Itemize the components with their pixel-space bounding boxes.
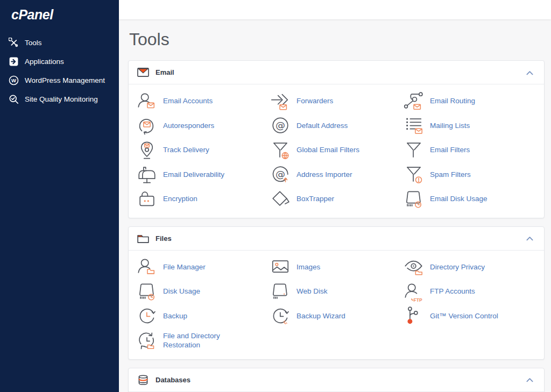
tool-link-global-email-filters[interactable]: Global Email Filters [270,138,403,163]
tool-link-label: Directory Privacy [430,263,485,272]
tool-link-email-accounts[interactable]: Email Accounts [136,89,270,114]
funnel-icon [403,140,425,161]
email-routing-icon [403,91,425,112]
tool-link-label: Web Disk [296,287,328,296]
database-icon [137,375,149,385]
git-branch-icon [403,306,425,326]
tool-link-label: Email Routing [430,97,475,106]
disk-icon [270,282,291,302]
svg-text:@: @ [276,119,285,131]
main-area: Tools EmailEmail AccountsForwardersEmail… [119,0,551,392]
sidebar-item-label: WordPress Management [25,76,105,84]
funnel-globe-icon [270,140,291,161]
funnel-alert-icon [403,165,425,185]
box-icon [270,189,291,210]
chevron-up-icon [526,233,533,243]
tools-icon [9,38,19,48]
section-grid: File ManagerImagesDirectory PrivacyDisk … [129,251,544,359]
folder-icon [137,233,149,244]
sidebar-item-label: Tools [25,39,42,47]
disk-clock-icon [136,282,158,302]
mailbox-icon [136,165,158,185]
tool-link-label: FTP Accounts [430,287,475,296]
tool-link-label: Global Email Filters [296,146,359,155]
svg-text:W: W [11,77,16,83]
tool-link-label: Images [296,263,320,272]
tool-link-email-deliverability[interactable]: Email Deliverability [136,163,270,188]
autoresponders-icon [136,116,158,136]
content-area: Tools EmailEmail AccountsForwardersEmail… [119,30,551,392]
track-delivery-icon [136,140,158,161]
forwarders-icon [270,91,291,112]
sections-container: EmailEmail AccountsForwardersEmail Routi… [128,60,545,392]
section-title: Files [156,234,524,243]
section-card-files: FilesFile ManagerImagesDirectory Privacy… [128,226,545,360]
tool-link-label: Mailing Lists [430,122,470,131]
tool-link-track-delivery[interactable]: Track Delivery [136,138,270,163]
sidebar-nav: ToolsApplicationsWWordPress ManagementSi… [0,33,119,109]
image-icon [270,257,291,277]
section-header-databases: Databases [129,368,544,392]
tool-link-email-routing[interactable]: Email Routing [403,89,536,114]
tool-link-disk-usage[interactable]: Disk Usage [136,280,270,304]
collapse-section-button[interactable] [524,67,535,79]
tool-link-label: Backup [163,312,187,321]
tool-link-label: Email Deliverability [163,170,224,180]
tool-link-email-filters[interactable]: Email Filters [403,138,536,163]
tool-link-forwarders[interactable]: Forwarders [270,89,403,114]
tool-link-autoresponders[interactable]: Autoresponders [136,114,270,139]
tool-link-boxtrapper[interactable]: BoxTrapper [270,187,403,212]
tool-link-mailing-lists[interactable]: Mailing Lists [403,114,536,139]
collapse-section-button[interactable] [524,374,535,386]
tool-link-label: File and Directory Restoration [163,332,244,350]
sidebar-item-label: Site Quality Monitoring [25,95,98,103]
tool-link-email-disk-usage[interactable]: Email Disk Usage [403,187,536,212]
disk-clock-icon [403,189,425,210]
eye-folder-icon [403,257,425,277]
tool-link-web-disk[interactable]: Web Disk [270,280,403,304]
padlock-icon [136,189,158,210]
sidebar: cPanel ToolsApplicationsWWordPress Manag… [0,0,119,392]
section-card-databases: Databases [128,368,545,392]
sidebar-item-site-quality-monitoring[interactable]: Site Quality Monitoring [0,90,119,109]
user-email-icon [136,91,158,112]
tool-link-spam-filters[interactable]: Spam Filters [403,163,536,188]
tool-link-label: Autoresponders [163,122,214,131]
tool-link-images[interactable]: Images [270,255,403,280]
sidebar-item-applications[interactable]: Applications [0,52,119,71]
tool-link-label: Disk Usage [163,287,200,296]
tool-link-label: Email Filters [430,146,470,155]
tool-link-encryption[interactable]: Encryption [136,187,270,212]
at-import-icon: @ [270,165,291,185]
backup-wizard-icon [270,306,291,326]
tool-link-backup-wizard[interactable]: Backup Wizard [270,304,403,329]
collapse-section-button[interactable] [524,232,535,244]
tool-link-default-address[interactable]: @Default Address [270,114,403,139]
restore-folder-icon [136,331,158,351]
user-ftp-icon: FTP [403,282,425,302]
tool-link-file-and-directory-restoration[interactable]: File and Directory Restoration [136,329,270,353]
section-header-email: Email [129,61,544,84]
tool-link-label: Spam Filters [430,170,471,180]
section-header-files: Files [129,227,544,251]
tool-link-directory-privacy[interactable]: Directory Privacy [403,255,536,280]
backup-icon [136,306,158,326]
sidebar-item-tools[interactable]: Tools [0,33,119,52]
tool-link-git-version-control[interactable]: Git™ Version Control [403,304,536,329]
cpanel-logo[interactable]: cPanel [0,0,119,23]
tool-link-label: File Manager [163,263,206,272]
tool-link-label: Forwarders [296,97,333,106]
tool-link-label: Track Delivery [163,146,209,155]
tool-link-label: Backup Wizard [296,312,345,321]
tool-link-file-manager[interactable]: File Manager [136,255,270,280]
applications-icon [9,56,19,67]
sidebar-item-wordpress-management[interactable]: WWordPress Management [0,71,119,90]
tool-link-address-importer[interactable]: @Address Importer [270,163,403,188]
svg-text:@: @ [276,168,285,180]
tool-link-label: Address Importer [296,170,352,180]
svg-text:FTP: FTP [414,297,422,302]
tool-link-ftp-accounts[interactable]: FTPFTP Accounts [403,280,536,304]
tool-link-backup[interactable]: Backup [136,304,270,329]
mailing-lists-icon [403,116,425,136]
at-circle-icon: @ [270,116,291,136]
